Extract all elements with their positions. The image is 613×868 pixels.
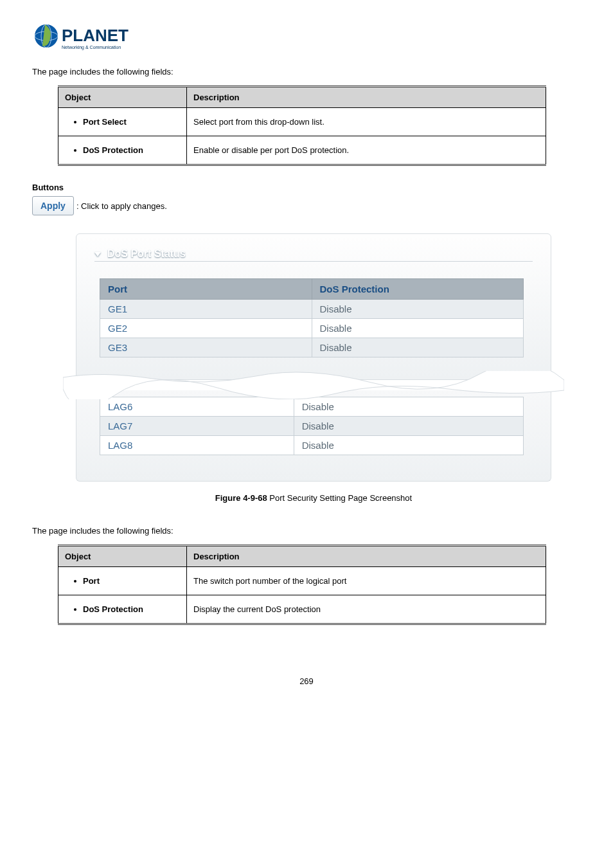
- table1-row0-object: Port Select: [58, 108, 187, 136]
- brand-logo: PLANET Networking & Communication: [32, 19, 581, 55]
- fields-table-2: Object Description Port The switch port …: [58, 545, 546, 625]
- table-row: LAG6Disable: [100, 397, 524, 417]
- table-row: LAG7Disable: [100, 417, 524, 436]
- table2-row1-desc: Display the current DoS protection: [187, 595, 546, 624]
- apply-description: : Click to apply changes.: [76, 201, 167, 211]
- table1-row0-desc: Select port from this drop-down list.: [187, 108, 546, 136]
- buttons-heading: Buttons: [32, 183, 581, 192]
- panel-title: DoS Port Status: [94, 248, 533, 262]
- table2-row0-object: Port: [58, 567, 187, 595]
- table-row: GE3Disable: [100, 338, 524, 357]
- table2-row0-desc: The switch port number of the logical po…: [187, 567, 546, 595]
- table-row: GE2Disable: [100, 319, 524, 338]
- port-header-port: Port: [100, 279, 312, 300]
- page-number: 269: [32, 676, 581, 686]
- table1-row1-object: DoS Protection: [58, 136, 187, 165]
- svg-text:PLANET: PLANET: [62, 26, 129, 45]
- port-header-dos: DoS Protection: [312, 279, 524, 300]
- collapse-icon: [94, 252, 101, 257]
- apply-button[interactable]: Apply: [32, 196, 74, 215]
- fields-table-1: Object Description Port Select Select po…: [58, 86, 546, 166]
- figure-caption: Figure 4-9-68 Port Security Setting Page…: [76, 493, 551, 503]
- table1-row1-desc: Enable or disable per port DoS protectio…: [187, 136, 546, 165]
- table2-row1-object: DoS Protection: [58, 595, 187, 624]
- dos-port-status-panel-bottom: LAG6Disable LAG7Disable LAG8Disable: [76, 390, 551, 482]
- table2-header-description: Description: [187, 546, 546, 567]
- intro-text-2: The page includes the following fields:: [32, 526, 581, 536]
- table-row: LAG8Disable: [100, 436, 524, 455]
- port-status-table-bottom: LAG6Disable LAG7Disable LAG8Disable: [100, 397, 524, 455]
- port-status-table-top: Port DoS Protection GE1Disable GE2Disabl…: [100, 278, 524, 357]
- svg-text:Networking & Communication: Networking & Communication: [62, 45, 121, 50]
- dos-port-status-panel: DoS Port Status Port DoS Protection GE1D…: [76, 233, 551, 380]
- intro-text-1: The page includes the following fields:: [32, 67, 581, 77]
- table1-header-description: Description: [187, 87, 546, 108]
- table1-header-object: Object: [58, 87, 187, 108]
- table-row: GE1Disable: [100, 300, 524, 319]
- table2-header-object: Object: [58, 546, 187, 567]
